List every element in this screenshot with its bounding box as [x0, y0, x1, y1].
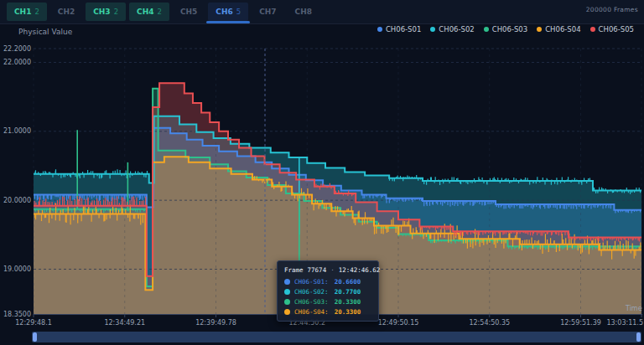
tooltip-row: CH06-S02:20.7700 — [284, 288, 371, 296]
legend-item-ch06-s02[interactable]: CH06-S02 — [430, 25, 474, 33]
legend-dot-icon — [484, 27, 489, 32]
tab-label: CH6 — [216, 8, 232, 16]
tooltip-series-label: CH06-S04: — [294, 308, 329, 316]
legend-item-ch06-s05[interactable]: CH06-S05 — [590, 25, 634, 33]
tab-count-badge: 5 — [236, 8, 241, 16]
x-tick-label: 12:39:49.78 — [195, 319, 236, 327]
tooltip-series-label: CH06-S01: — [294, 278, 329, 286]
tab-label: CH3 — [93, 8, 110, 16]
legend-label: CH06-S05 — [599, 25, 634, 33]
tab-label: CH1 — [14, 8, 31, 16]
legend-dot-icon — [590, 27, 595, 32]
y-tick-label: 19.0000 — [3, 265, 31, 273]
series-dot-icon — [284, 289, 290, 295]
tab-label: CH2 — [58, 8, 75, 16]
tooltip-series-value: 20.3300 — [335, 308, 361, 316]
series-dot-icon — [284, 309, 290, 315]
x-axis-title: Time — [625, 305, 642, 312]
tooltip-frame-number: 77674 — [308, 266, 327, 274]
x-tick-label: 12:29:48.1 — [15, 319, 52, 327]
tab-label: CH4 — [137, 8, 153, 16]
tooltip-title: Frame 77674 · 12:42:46.62 — [284, 266, 371, 274]
app-window: CH12CH2CH32CH42CH5CH65CH7CH8 200000 Fram… — [0, 0, 644, 345]
y-tick-label: 21.0000 — [3, 127, 31, 135]
tab-label: CH8 — [295, 8, 312, 16]
tab-ch4[interactable]: CH42 — [129, 3, 169, 21]
channel-tabs: CH12CH2CH32CH42CH5CH65CH7CH8 — [0, 0, 644, 23]
tab-ch7[interactable]: CH7 — [252, 3, 283, 21]
tab-ch3[interactable]: CH32 — [86, 3, 126, 21]
y-tick-label: 22.2000 — [3, 45, 31, 53]
tooltip-series-value: 20.6600 — [335, 278, 361, 286]
tab-label: CH5 — [180, 8, 197, 16]
tooltip-series-label: CH06-S02: — [294, 288, 329, 296]
tooltip-series-label: CH06-S03: — [294, 298, 329, 306]
tooltip-series-value: 20.7700 — [335, 288, 361, 296]
tooltip-row: CH06-S03:20.3300 — [284, 298, 371, 306]
tab-label: CH7 — [259, 8, 276, 16]
legend-label: CH06-S03 — [492, 25, 527, 33]
x-tick-label: 13:03:11.5 — [606, 319, 643, 327]
legend-item-ch06-s03[interactable]: CH06-S03 — [484, 25, 527, 33]
scrollbar-left-handle[interactable] — [33, 332, 37, 342]
y-tick-label: 22.0000 — [3, 59, 31, 66]
tooltip-row: CH06-S01:20.6600 — [284, 278, 371, 286]
tooltip-frame-label: Frame — [284, 266, 304, 274]
tab-ch1[interactable]: CH12 — [7, 3, 47, 21]
scrollbar-right-handle[interactable] — [636, 332, 641, 342]
x-tick-label: 12:34:49.21 — [104, 319, 145, 327]
timeline-scrollbar[interactable] — [32, 332, 641, 342]
y-tick-label: 18.3500 — [3, 311, 31, 318]
tab-ch8[interactable]: CH8 — [288, 3, 319, 21]
channel-tabbar: CH12CH2CH32CH42CH5CH65CH7CH8 200000 Fram… — [0, 0, 644, 24]
tooltip: Frame 77674 · 12:42:46.62 CH06-S01:20.66… — [277, 260, 379, 322]
tooltip-time: 12:42:46.62 — [339, 266, 381, 274]
tooltip-rows: CH06-S01:20.6600CH06-S02:20.7700CH06-S03… — [284, 278, 371, 316]
y-tick-label: 20.0000 — [3, 197, 31, 204]
legend-dot-icon — [537, 27, 542, 32]
legend-dot-icon — [377, 27, 382, 32]
x-tick-label: 12:54:50.35 — [469, 319, 510, 327]
tooltip-separator: · — [330, 266, 335, 274]
tooltip-series-value: 20.3300 — [335, 298, 361, 306]
legend-label: CH06-S04 — [545, 25, 580, 33]
series-dot-icon — [284, 299, 290, 305]
tab-count-badge: 2 — [114, 8, 118, 16]
y-axis-title: Physical Value — [18, 28, 72, 36]
tooltip-row: CH06-S04:20.3300 — [284, 308, 371, 316]
legend-label: CH06-S01 — [386, 25, 421, 33]
legend-item-ch06-s01[interactable]: CH06-S01 — [377, 25, 421, 33]
legend-dot-icon — [430, 27, 435, 32]
tab-ch2[interactable]: CH2 — [50, 3, 82, 21]
x-tick-label: 12:49:50.15 — [378, 319, 419, 327]
legend: CH06-S01CH06-S02CH06-S03CH06-S04CH06-S05 — [377, 25, 634, 33]
frame-counter: 200000 Frames — [586, 6, 638, 13]
x-tick-label: 12:59:51.39 — [560, 319, 601, 327]
tab-count-badge: 2 — [157, 8, 161, 16]
legend-label: CH06-S02 — [439, 25, 474, 33]
tab-ch5[interactable]: CH5 — [173, 3, 205, 21]
tab-ch6[interactable]: CH65 — [208, 3, 248, 21]
series-dot-icon — [284, 279, 290, 285]
tab-count-badge: 2 — [34, 8, 39, 16]
legend-item-ch06-s04[interactable]: CH06-S04 — [537, 25, 580, 33]
